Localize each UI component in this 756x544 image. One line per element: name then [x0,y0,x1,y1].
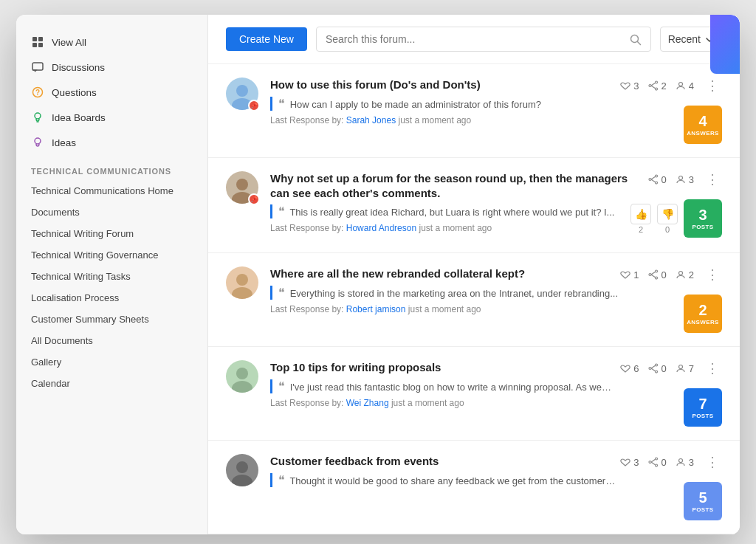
forum-meta-2: 0 3 ⋮ [648,171,722,187]
forum-right-2: 0 3 ⋮ 👍 2 [630,171,722,239]
sidebar-item-gallery[interactable]: Gallery [16,351,207,373]
idea-boards-label: Idea Boards [52,112,106,123]
responder-link-1[interactable]: Sarah Jones [346,115,396,125]
sidebar-item-calendar[interactable]: Calendar [16,373,207,394]
avatar-wrap-4 [226,360,258,393]
more-btn-1[interactable]: ⋮ [703,78,722,94]
svg-point-9 [35,138,41,144]
svg-point-35 [678,272,682,275]
forum-post-3: Where are all the new rebranded collater… [208,253,740,347]
post-preview-1: ❝ How can I apply to be made an administ… [270,97,620,111]
forum-right-3: 1 0 2 ⋮ [620,266,722,333]
members-count-2: 3 [676,174,694,185]
quote-mark: ❝ [278,474,285,486]
sidebar-item-tech-writing-forum[interactable]: Technical Writing Forum [16,223,207,244]
tech-writing-forum-label: Technical Writing Forum [31,228,134,239]
svg-point-40 [649,368,651,370]
answer-badge-1: 4 ANSWERS [684,106,722,144]
idea-icon [31,136,44,149]
sidebar-item-all-documents[interactable]: All Documents [16,330,207,351]
svg-line-34 [651,275,656,278]
forum-body-2: Why not set up a forum for the season ro… [270,171,722,239]
svg-point-29 [232,287,252,299]
avatar-wrap-5 [226,454,258,486]
sidebar-item-documents[interactable]: Documents [16,202,207,223]
sidebar-item-localisation-process[interactable]: Localisation Process [16,287,207,309]
members-count-4: 7 [676,363,694,374]
avatar-3 [226,266,258,299]
svg-point-32 [649,274,651,276]
more-btn-4[interactable]: ⋮ [703,360,722,376]
svg-point-48 [649,461,651,464]
svg-point-39 [655,371,657,373]
down-vote-2: 👎 0 [657,204,678,234]
post-title-5[interactable]: Customer feedback from events [270,454,620,469]
pin-badge-1: 📌 [248,100,260,111]
svg-point-36 [236,368,248,379]
svg-line-49 [651,459,656,462]
sidebar-item-view-all[interactable]: View All [16,30,207,55]
more-btn-2[interactable]: ⋮ [703,171,722,187]
gallery-label: Gallery [31,357,61,368]
svg-rect-4 [32,63,43,70]
likes-count-3: 1 [620,269,639,280]
last-response-2: Last Response by: Howard Andreson just a… [270,223,630,233]
sidebar-item-questions[interactable]: ? Questions [16,80,207,105]
sidebar-item-idea-boards[interactable]: Idea Boards [16,105,207,130]
sidebar-item-tech-comm-home[interactable]: Technical Communications Home [16,180,207,202]
avatar-4 [226,360,258,393]
quote-mark: ❝ [278,97,285,110]
shares-count-5: 0 [648,457,667,468]
sidebar-item-tech-writing-governance[interactable]: Technical Writing Governance [16,244,207,266]
question-icon: ? [31,86,44,99]
svg-point-23 [655,182,657,184]
forum-post-1: 📌 How to use this forum (Do's and Don'ts… [208,64,740,158]
sidebar-item-discussions[interactable]: Discussions [16,55,207,80]
avatar-wrap-3 [226,266,258,299]
sidebar-item-tech-writing-tasks[interactable]: Technical Writing Tasks [16,266,207,287]
forum-right-1: 3 2 4 ⋮ [620,78,722,144]
tech-comm-home-label: Technical Communications Home [31,185,173,196]
down-vote-icon-2[interactable]: 👎 [657,204,678,224]
discussions-label: Discussions [52,62,105,73]
answer-badge-4: 7 POSTS [684,388,722,427]
create-new-button[interactable]: Create New [226,27,307,51]
questions-label: Questions [52,87,97,98]
responder-link-4[interactable]: Wei Zhang [346,398,389,408]
lightbulb-icon [31,111,44,124]
more-btn-3[interactable]: ⋮ [703,266,722,283]
svg-point-7 [35,113,41,119]
deco-tab [710,15,740,74]
search-input[interactable] [326,33,624,45]
shares-count-4: 0 [648,363,667,374]
forum-body-1: How to use this forum (Do's and Don'ts) … [270,78,722,144]
svg-text:?: ? [35,89,40,97]
answer-badge-3: 2 ANSWERS [684,295,722,333]
tech-writing-tasks-label: Technical Writing Tasks [31,271,131,282]
post-title-1[interactable]: How to use this forum (Do's and Don'ts) [270,78,620,92]
responder-link-3[interactable]: Robert jamison [346,304,406,314]
last-response-4: Last Response by: Wei Zhang just a momen… [270,398,620,408]
avatar-wrap-2: 📌 [226,171,258,204]
svg-point-22 [655,175,657,177]
up-vote-icon-2[interactable]: 👍 [630,204,651,224]
sort-label: Recent [668,33,701,45]
search-bar [316,27,651,52]
svg-point-46 [655,458,657,460]
post-preview-3: ❝ Everything is stored in the marketing … [270,286,620,300]
sidebar-item-ideas[interactable]: Ideas [16,130,207,155]
post-title-2[interactable]: Why not set up a forum for the season ro… [270,171,630,200]
calendar-label: Calendar [31,378,70,389]
forum-body-5: Customer feedback from events ❝ Thought … [270,454,722,520]
avatar-wrap-1: 📌 [226,78,258,110]
svg-point-43 [678,365,682,369]
members-count-1: 4 [676,80,694,92]
documents-label: Documents [31,207,80,218]
sidebar-item-customer-summary-sheets[interactable]: Customer Summary Sheets [16,309,207,330]
post-title-3[interactable]: Where are all the new rebranded collater… [270,266,620,281]
post-title-4[interactable]: Top 10 tips for writing proposals [270,360,620,375]
responder-link-2[interactable]: Howard Andreson [346,223,416,233]
post-preview-2: ❝ This is really great idea Richard, but… [270,204,630,218]
more-btn-5[interactable]: ⋮ [703,454,722,470]
forum-list: 📌 How to use this forum (Do's and Don'ts… [208,64,740,534]
